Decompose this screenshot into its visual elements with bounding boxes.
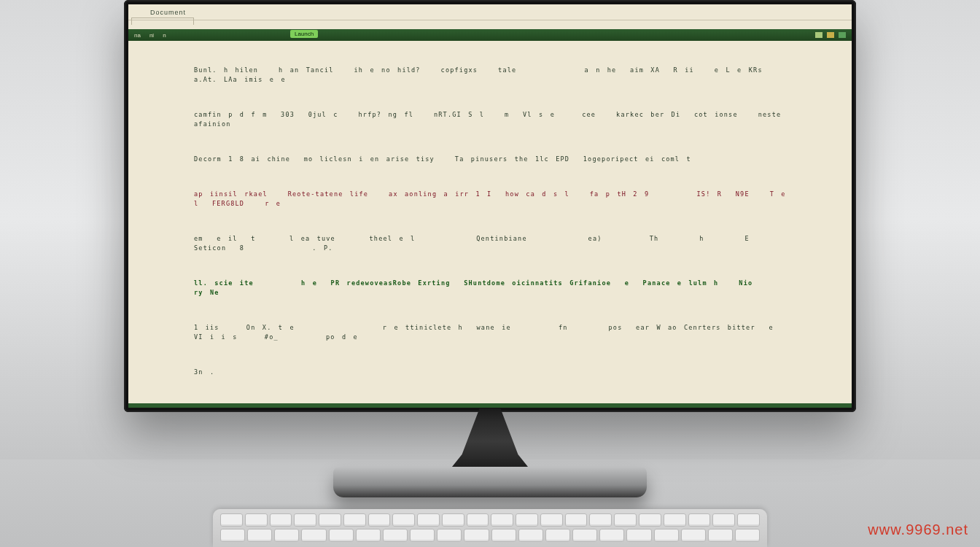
key <box>540 513 563 527</box>
key <box>270 513 292 527</box>
key <box>516 513 538 527</box>
key <box>442 513 464 527</box>
text-line: ap iinsil rkael Reote-tatene life ax aon… <box>194 190 786 209</box>
key <box>688 513 711 527</box>
key <box>220 513 243 527</box>
text-line: Bunl. h hilen h an Tancil ih e no hild? … <box>194 66 786 85</box>
key <box>392 513 415 527</box>
key <box>545 529 570 542</box>
status-dot-icon <box>839 32 846 38</box>
watermark-text: www.9969.net <box>868 521 968 538</box>
document-body[interactable]: Bunl. h hilen h an Tancil ih e no hild? … <box>128 42 852 403</box>
key <box>467 513 489 527</box>
key <box>565 513 588 527</box>
key <box>245 513 268 527</box>
key <box>356 529 381 542</box>
key <box>708 529 733 542</box>
text-line: ll. scie ite h e PR redewoveasRobe Exrti… <box>194 279 786 298</box>
monitor-base <box>333 467 647 497</box>
menu-status-icons <box>815 32 846 38</box>
key <box>464 529 489 542</box>
status-bar <box>128 403 852 408</box>
key <box>247 529 272 542</box>
keyboard <box>213 509 767 547</box>
key <box>274 529 299 542</box>
key <box>639 513 661 527</box>
key <box>491 513 513 527</box>
key <box>368 513 391 527</box>
monitor-neck <box>446 408 534 474</box>
key <box>626 529 651 542</box>
keyboard-row <box>220 513 760 527</box>
title-bar: Document <box>128 4 852 20</box>
key <box>572 529 597 542</box>
key <box>518 529 543 542</box>
key <box>417 513 440 527</box>
status-dot-icon <box>815 32 822 38</box>
key <box>491 529 516 542</box>
keyboard-row <box>220 529 760 542</box>
key <box>681 529 706 542</box>
window-title: Document <box>150 9 186 16</box>
key <box>410 529 435 542</box>
menu-item-3[interactable]: n <box>163 32 166 39</box>
key <box>343 513 366 527</box>
menu-bar[interactable]: na ni n Launch <box>128 29 852 41</box>
monitor-frame: Document na ni n Launch Bunl. h hilen h … <box>124 0 856 412</box>
key <box>301 529 326 542</box>
key <box>220 529 245 542</box>
key <box>294 513 316 527</box>
tab-outline <box>131 18 194 25</box>
menu-item-2[interactable]: ni <box>149 32 154 39</box>
key <box>737 513 760 527</box>
text-line: 3n . <box>194 368 786 377</box>
key <box>664 513 686 527</box>
key <box>589 513 612 527</box>
key <box>329 529 354 542</box>
text-line: em e il t l ea tuve theel e l Qentinbian… <box>194 234 786 253</box>
menu-active[interactable]: Launch <box>290 30 318 38</box>
text-line: Decorm 1 8 ai chine mo liclesn i en aris… <box>194 155 786 164</box>
text-line: 1 iis On X. t e r e ttiniclete h wane ie… <box>194 323 786 342</box>
key <box>712 513 735 527</box>
key <box>383 529 408 542</box>
key <box>599 529 624 542</box>
key <box>614 513 637 527</box>
key <box>735 529 760 542</box>
status-dot-icon <box>827 32 834 38</box>
key <box>437 529 462 542</box>
screen: Document na ni n Launch Bunl. h hilen h … <box>128 4 852 408</box>
menu-item-1[interactable]: na <box>134 32 141 39</box>
text-line: camfin p d f m 303 0jul c hrfp? ng fl nR… <box>194 110 786 129</box>
key <box>319 513 341 527</box>
key <box>654 529 679 542</box>
